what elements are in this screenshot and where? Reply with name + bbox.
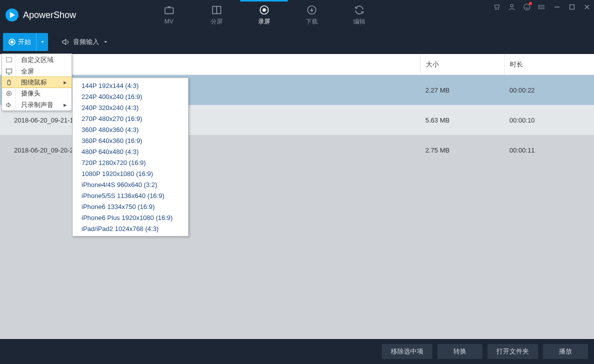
resolution-option[interactable]: 240P 320x240 (4:3) xyxy=(73,102,188,113)
start-dropdown-button[interactable] xyxy=(36,33,48,51)
maximize-button[interactable] xyxy=(568,3,576,11)
start-button-group: 开始 xyxy=(3,33,48,51)
tab-mv[interactable]: MV xyxy=(145,0,193,30)
logo-area: ApowerShow xyxy=(0,8,145,22)
split-icon xyxy=(211,4,222,16)
resolution-option[interactable]: 270P 480x270 (16:9) xyxy=(73,113,188,124)
submenu-arrow-icon: ▸ xyxy=(64,101,72,108)
resolution-option[interactable]: 360P 640x360 (16:9) xyxy=(73,135,188,146)
region-icon xyxy=(2,54,16,66)
svg-point-26 xyxy=(7,91,11,96)
svg-rect-21 xyxy=(6,58,12,62)
minimize-button[interactable] xyxy=(553,3,561,11)
download-icon xyxy=(306,4,317,16)
resolution-option[interactable]: 224P 400x240 (16:9) xyxy=(73,91,188,102)
nav-tabs: MV 分屏 录屏 下载 编辑 xyxy=(145,0,383,30)
svg-point-12 xyxy=(538,5,539,6)
open-folder-button[interactable]: 打开文件夹 xyxy=(487,344,538,359)
menu-item-around-mouse[interactable]: 围绕鼠标 ▸ xyxy=(2,76,72,88)
tv-icon xyxy=(164,5,175,16)
toolbar: 开始 音频输入 xyxy=(0,30,594,54)
close-button[interactable] xyxy=(583,3,591,11)
refresh-icon xyxy=(354,4,365,16)
svg-point-20 xyxy=(11,41,14,44)
record-mode-menu: 自定义区域 全屏 围绕鼠标 ▸ 摄像头 只录制声音 ▸ xyxy=(2,54,72,111)
user-icon[interactable] xyxy=(508,3,516,11)
audio-input-selector[interactable]: 音频输入 xyxy=(61,38,111,46)
column-size[interactable]: 大小 xyxy=(420,54,504,74)
resolution-option[interactable]: 720P 1280x720 (16:9) xyxy=(73,157,188,168)
menu-icon[interactable] xyxy=(538,3,546,11)
svg-point-27 xyxy=(8,92,10,94)
svg-rect-1 xyxy=(165,8,173,14)
menu-item-camera[interactable]: 摄像头 xyxy=(2,88,72,99)
content-area: 大小 时长 2.27 MB 00:00:22 2018-06-20_09-21-… xyxy=(0,54,594,339)
tab-split[interactable]: 分屏 xyxy=(193,0,240,30)
menu-item-fullscreen[interactable]: 全屏 xyxy=(2,66,72,77)
menu-item-custom-region[interactable]: 自定义区域 xyxy=(2,54,72,66)
svg-point-13 xyxy=(538,6,539,7)
menu-item-audio-only[interactable]: 只录制声音 ▸ xyxy=(2,99,72,110)
resolution-option[interactable]: 480P 640x480 (4:3) xyxy=(73,146,188,157)
resolution-option[interactable]: iPhone6 Plus 1920x1080 (16:9) xyxy=(73,212,188,223)
chevron-down-icon xyxy=(103,40,108,44)
svg-rect-22 xyxy=(6,69,12,73)
resolution-option[interactable]: 1080P 1920x1080 (16:9) xyxy=(73,168,188,179)
play-button[interactable]: 播放 xyxy=(543,344,588,359)
resolution-option[interactable]: 360P 480x360 (4:3) xyxy=(73,124,188,135)
resolution-option[interactable]: 144P 192x144 (4:3) xyxy=(73,80,188,91)
cart-icon[interactable] xyxy=(493,3,501,11)
camera-icon xyxy=(2,88,16,99)
svg-point-7 xyxy=(510,4,513,7)
footer: 移除选中项 转换 打开文件夹 播放 xyxy=(0,339,594,364)
convert-button[interactable]: 转换 xyxy=(437,344,482,359)
speaker-icon xyxy=(61,38,70,46)
resolution-option[interactable]: iPhone6 1334x750 (16:9) xyxy=(73,201,188,212)
tab-record[interactable]: 录屏 xyxy=(240,0,288,30)
resolution-option[interactable]: iPhone5/5S 1136x640 (16:9) xyxy=(73,190,188,201)
resolution-option[interactable]: iPhone4/4S 960x640 (3:2) xyxy=(73,179,188,190)
record-icon xyxy=(259,4,270,16)
start-button[interactable]: 开始 xyxy=(3,33,36,51)
tab-download[interactable]: 下载 xyxy=(288,0,335,30)
window-controls xyxy=(493,3,591,11)
app-name: ApowerShow xyxy=(23,10,76,20)
submenu-arrow-icon: ▸ xyxy=(64,78,72,86)
table-header: 大小 时长 xyxy=(0,54,594,75)
resolution-submenu: 144P 192x144 (4:3) 224P 400x240 (16:9) 2… xyxy=(72,78,189,236)
monitor-icon xyxy=(2,66,16,77)
app-logo-icon xyxy=(5,8,19,22)
resolution-option[interactable]: iPad/iPad2 1024x768 (4:3) xyxy=(73,223,188,234)
svg-point-14 xyxy=(538,8,539,9)
column-duration[interactable]: 时长 xyxy=(504,54,594,74)
remove-selected-button[interactable]: 移除选中项 xyxy=(382,344,432,359)
audio-icon xyxy=(2,99,16,110)
mouse-icon xyxy=(2,77,16,88)
svg-point-8 xyxy=(524,4,530,10)
svg-rect-16 xyxy=(570,5,574,10)
svg-point-5 xyxy=(263,8,266,12)
support-icon[interactable] xyxy=(523,3,531,11)
tab-edit[interactable]: 编辑 xyxy=(335,0,383,30)
title-bar: ApowerShow MV 分屏 录屏 下载 编辑 xyxy=(0,0,594,30)
